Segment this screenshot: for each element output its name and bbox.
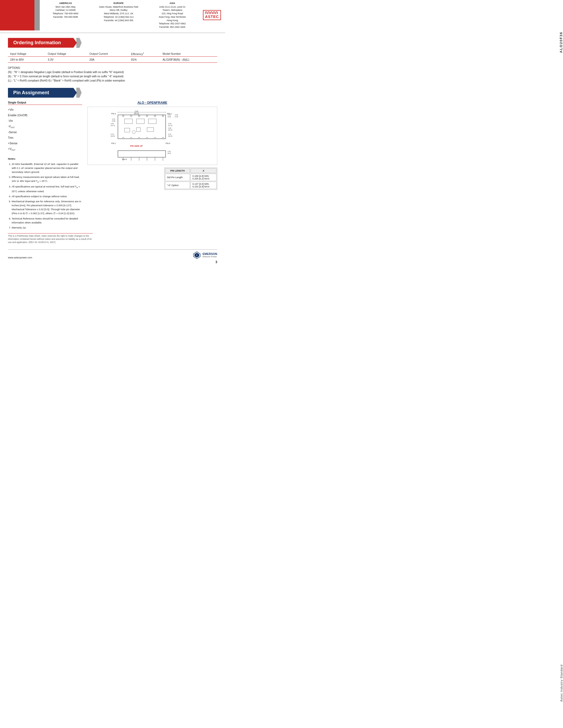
- diagram-container: PIN 3 PIN 4 PIN 1 PIN 8: [87, 107, 217, 165]
- header-gray-bar: [34, 0, 40, 30]
- cell-output-voltage: 3.3V: [46, 57, 87, 63]
- emerson-sub: Network Power: [202, 255, 217, 258]
- pin-length-6-val: 0.137 [3.5] MIN0.152 [3.9] MAX: [190, 182, 216, 189]
- svg-text:[15.2]: [15.2]: [168, 129, 172, 131]
- astec-logo: ASTEC: [203, 10, 221, 20]
- region-asia: ASIA: [159, 2, 186, 5]
- svg-point-3: [138, 115, 140, 117]
- pin-section-header: Pin Assignment: [8, 88, 217, 98]
- footer-disclaimer: This is a Preliminary Data Sheet. Astec …: [8, 233, 93, 244]
- ordering-table: Input Voltage Output Voltage Output Curr…: [8, 51, 217, 63]
- logo-waves: [205, 11, 219, 14]
- notes-section: Notes: 20 MHz bandwidth. External 10 uF …: [8, 157, 82, 230]
- pin-length-col-a: A: [190, 168, 216, 173]
- emerson-text-block: EMERSON Network Power: [202, 252, 217, 258]
- col-efficiency: Efficiency2: [129, 51, 160, 57]
- svg-text:[19.0]: [19.0]: [168, 135, 172, 137]
- emerson-logo: E EMERSON Network Power: [193, 251, 217, 259]
- logo-wave-2: [208, 11, 210, 14]
- pin-list: +Vin Enable (On/Off) -Vin -VOUT -Sense T…: [8, 107, 82, 152]
- pin-title-gray-tail: [76, 88, 82, 98]
- astec-logo-area: ASTEC: [199, 0, 225, 30]
- cell-output-current: 20A: [87, 57, 129, 63]
- svg-text:0.32: 0.32: [168, 151, 171, 152]
- svg-text:0.30: 0.30: [175, 114, 178, 116]
- pin-item-6: Trim: [8, 135, 82, 141]
- options-section: OPTIONS: (N) : "N" = designates Negative…: [8, 66, 217, 83]
- svg-point-10: [146, 137, 148, 139]
- svg-text:0.15: 0.15: [168, 114, 171, 116]
- pin-item-7: +Sense: [8, 141, 82, 146]
- notes-list: 20 MHz bandwidth. External 10 uF tant. c…: [8, 162, 82, 230]
- ordering-section-header: Ordering Information: [8, 38, 217, 48]
- logo-wave-5: [216, 11, 218, 14]
- pin-section: Single Output +Vin Enable (On/Off) -Vin …: [8, 101, 217, 231]
- note-2: Efficiency measurements are typical valu…: [12, 175, 82, 183]
- svg-point-9: [138, 137, 140, 139]
- pin-length-std-row: Std Pin Length: 0.189 [4.8] MIN0.205 [5.…: [165, 174, 216, 181]
- note-4: All specifications subject to change wit…: [12, 194, 82, 198]
- svg-point-6: [162, 115, 164, 117]
- svg-text:0.75: 0.75: [111, 133, 114, 135]
- ordering-title: Ordering Information: [8, 38, 77, 48]
- svg-text:[3.8]: [3.8]: [168, 116, 171, 118]
- emerson-company: EMERSON: [202, 252, 217, 255]
- svg-rect-42: [118, 151, 165, 157]
- footer-right: E EMERSON Network Power 3: [193, 251, 217, 264]
- svg-text:[11.4]: [11.4]: [168, 125, 172, 126]
- emerson-icon: E: [193, 251, 201, 259]
- ordering-title-gray-tail: [76, 38, 82, 48]
- pin-item-1: +Vin: [8, 107, 82, 113]
- pin-length-6-label: "-6" Option:: [165, 182, 190, 189]
- col-output-voltage: Output Voltage: [46, 51, 87, 57]
- diagram-svg: PIN 3 PIN 4 PIN 1 PIN 8: [90, 110, 214, 163]
- option-l: (L) : "L" = RoHS compliant (RoHS 6) / "B…: [8, 79, 217, 83]
- svg-point-7: [122, 137, 124, 139]
- svg-text:0.45: 0.45: [111, 123, 114, 124]
- notes-title: Notes:: [8, 157, 82, 161]
- note-1: 20 MHz bandwidth. External 10 uF tant. c…: [12, 162, 82, 174]
- pin-length-table: PIN LENGTH A Std Pin Length: 0.189 [4.8]…: [164, 168, 217, 190]
- logo-wave-4: [213, 11, 215, 14]
- page-number: 3: [215, 260, 217, 264]
- pin-item-8: +VOUT: [8, 146, 82, 152]
- main-content: Ordering Information Input Voltage Outpu…: [0, 38, 225, 264]
- logo-wave-3: [210, 11, 212, 14]
- diagram-title: ALO - OPENFRAME: [87, 101, 217, 105]
- svg-point-8: [130, 137, 132, 139]
- col-output-current: Output Current: [87, 51, 129, 57]
- svg-text:See A: See A: [122, 158, 127, 160]
- svg-point-1: [122, 115, 124, 117]
- page-header: AMERICAS 5810 Van Allen Way Carlsbad, CA…: [0, 0, 225, 33]
- svg-text:[7.6]: [7.6]: [175, 116, 178, 118]
- svg-text:[11.4]: [11.4]: [111, 125, 115, 126]
- header-red-bar: [0, 0, 34, 30]
- address-asia: ASIA Units 2111-2116, Level 21 Tower1, M…: [159, 2, 186, 29]
- option-n: (N) : "N" = designates Negative Logic En…: [8, 70, 217, 74]
- pin8-label: PIN 8: [165, 142, 170, 144]
- svg-text:0.45: 0.45: [168, 123, 171, 124]
- svg-text:0.75: 0.75: [168, 133, 171, 135]
- cell-efficiency: 91%: [129, 57, 160, 63]
- note-7: Warranty 1yr.: [12, 226, 82, 230]
- note-6: Technical Reference Notes should be cons…: [12, 217, 82, 224]
- note-5: Mechanical drawings are for reference on…: [12, 199, 82, 215]
- svg-text:[8.2]: [8.2]: [168, 152, 171, 154]
- header-addresses: AMERICAS 5810 Van Allen Way Carlsbad, CA…: [40, 0, 199, 30]
- col-input-voltage: Input Voltage: [8, 51, 46, 57]
- pin-left-column: Single Output +Vin Enable (On/Off) -Vin …: [8, 101, 82, 231]
- pin-item-2: Enable (On/Off): [8, 113, 82, 118]
- svg-point-12: [162, 137, 164, 139]
- pin1-label: PIN 1: [111, 142, 116, 144]
- ordering-table-data-row: 19V to 60V 3.3V 20A 91% ALO20F36(N) - (6…: [8, 57, 217, 63]
- svg-point-4: [146, 115, 148, 117]
- svg-text:0.60: 0.60: [168, 127, 171, 129]
- region-americas: AMERICAS: [53, 2, 78, 5]
- svg-point-11: [154, 137, 156, 139]
- pin-length-std-label: Std Pin Length:: [165, 174, 190, 181]
- svg-rect-0: [118, 115, 165, 139]
- options-title: OPTIONS:: [8, 66, 217, 70]
- page-footer: www.astecpower.com E EMERSON Network Pow…: [8, 249, 217, 264]
- col-model-number: Model Number: [160, 51, 217, 57]
- cell-model-number: ALO20F36(N) - (6)(L): [160, 57, 217, 63]
